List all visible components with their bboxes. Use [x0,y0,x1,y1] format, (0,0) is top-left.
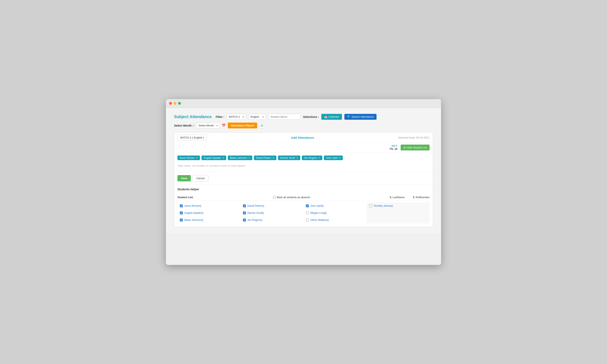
student-item[interactable]: Denise Scott() [241,209,304,216]
tag-jim-rogers[interactable]: Jim Rogers ✕ [302,156,323,160]
subject-select-wrapper: English Math Science [248,114,266,120]
tag-remove-icon[interactable]: ✕ [196,156,198,159]
student-checkbox[interactable] [180,205,183,207]
filter-label: Filter : [216,115,224,118]
sort-icon: ⇅ [389,196,392,199]
helper-header: Student List: Mark all students as absen… [177,194,430,201]
student-name: Megan Long() [310,211,327,214]
mark-all-checkbox[interactable] [273,196,276,199]
student-item[interactable]: Blake Johnson() [177,216,241,223]
student-checkbox[interactable] [243,219,246,221]
minimize-button[interactable] [174,102,176,105]
traffic-lights [169,102,181,105]
student-checkbox[interactable] [306,211,309,214]
student-checkbox[interactable] [180,219,183,221]
student-item[interactable]: Oliver Wallace() [304,216,367,223]
add-attendance-link[interactable]: Add Attendance [207,136,398,139]
tag-label: Aaron Brown [179,156,195,159]
student-name: Angela Spader() [184,211,204,214]
hide-icon: ⊟ [403,146,406,149]
tag-label: David Peters [256,156,271,159]
tags-area: Aaron Brown ✕Angela Spader ✕Blake Johnso… [177,156,430,160]
hide-btn-label: Hide Student List [407,146,427,149]
tag-remove-icon[interactable]: ✕ [248,156,250,159]
mark-all-label: Mark all students as absents [277,196,310,199]
student-name-input[interactable] [268,114,301,120]
student-checkbox[interactable] [306,205,309,207]
mark-all-area: Mark all students as absents [198,196,385,199]
month-select[interactable]: Select Month January February March Apri… [196,123,220,129]
tag-remove-icon[interactable]: ✕ [222,156,224,159]
tag-john-april[interactable]: John April ✕ [324,156,343,160]
attendance-stats: AS:7 TS: 10 [389,144,397,150]
tag-denise-scott[interactable]: Denise Scott ✕ [278,156,300,160]
close-button[interactable] [169,102,172,105]
hide-student-list-button[interactable]: ⊟ Hide Student List [401,144,430,150]
month-select-wrapper: Select Month January February March Apri… [196,123,220,129]
tag-remove-icon[interactable]: ✕ [272,156,274,159]
batch-select[interactable]: BATCH 1 BATCH 2 BATCH 3 [227,114,246,120]
date-picker-icon[interactable]: 📅 [222,124,226,127]
second-bar: Select Month :- Select Month January Feb… [174,123,433,129]
student-item[interactable] [367,216,430,223]
student-name: David Peters() [248,204,264,207]
subject-select[interactable]: English Math Science [248,114,266,120]
tag-label: John April [326,156,338,159]
search-icon: 🔍 [347,115,350,118]
students-helper: Students Helper Student List: Mark all s… [174,184,433,227]
lastname-sort-button[interactable]: ⇅ LastName [389,196,405,199]
type-hint: Type name, roll number or surname in box… [177,163,430,169]
student-item[interactable]: Jim Rogers() [241,216,304,223]
stats-and-hide-bar: AS:7 TS: 10 ⊟ Hide Student List [174,143,433,152]
student-item[interactable]: Timothy James() [367,202,430,209]
student-item[interactable]: Aaron Brown() [177,202,241,209]
tag-remove-icon[interactable]: ✕ [318,156,320,159]
tag-label: Denise Scott [280,156,295,159]
tag-label: Angela Spader [204,156,221,159]
student-name: Jim Rogers() [248,218,263,221]
attendance-area: Aaron Brown ✕Angela Spader ✕Blake Johnso… [174,152,433,172]
tag-remove-icon[interactable]: ✕ [339,156,341,159]
student-item[interactable]: John April() [304,202,367,209]
student-checkbox[interactable] [243,211,246,214]
save-button[interactable]: Save [177,175,191,182]
page-title: Subject Attendance [174,115,212,119]
search-btn-label: Search Attendance [351,115,374,118]
student-item[interactable]: David Peters() [241,202,304,209]
tag-angela-spader[interactable]: Angela Spader ✕ [201,156,226,160]
student-grid: Aaron Brown()David Peters()John April()T… [177,202,430,223]
student-name: John April() [310,204,324,207]
panel-header: BATCH 1 ( English ) Add Attendance Selec… [174,133,433,143]
rollnumber-sort-button[interactable]: ⇅ RollNumber [412,196,430,199]
search-attendance-button[interactable]: 🔍 Search Attendance [344,114,377,120]
student-item[interactable]: Angela Spader() [177,209,241,216]
student-name: Blake Johnson() [184,218,203,221]
tag-blake-johnson[interactable]: Blake Johnson ✕ [228,156,252,160]
tag-remove-icon[interactable]: ✕ [296,156,298,159]
student-name: Timothy James() [373,204,393,207]
rollnumber-sort-icon: ⇅ [412,196,415,199]
student-checkbox[interactable] [180,211,183,214]
main-panel: BATCH 1 ( English ) Add Attendance Selec… [174,132,433,227]
student-list-label: Student List: [177,196,193,199]
student-checkbox[interactable] [306,219,309,221]
tag-david-peters[interactable]: David Peters ✕ [254,156,276,160]
student-checkbox[interactable] [243,205,246,207]
cancel-button[interactable]: Cancel [192,175,208,182]
action-bar: Save Cancel [174,172,433,184]
student-item[interactable]: Megan Long() [304,209,367,216]
calendar-button[interactable]: 📅 Calendar [321,114,342,120]
selections-label: Selections : [303,115,319,118]
main-content: Subject Attendance Filter : BATCH 1 BATC… [166,108,441,233]
export-excel-icon[interactable]: ⊡ [259,123,265,129]
batch-tab[interactable]: BATCH 1 ( English ) [177,135,207,141]
attendance-report-button[interactable]: Attendance Report [228,123,257,129]
student-checkbox[interactable] [369,205,372,207]
student-name: Oliver Wallace() [310,218,329,221]
calendar-btn-label: Calendar [328,115,339,118]
maximize-button[interactable] [178,102,181,105]
ts-label: TS: 10 [389,147,397,150]
batch-select-wrapper: BATCH 1 BATCH 2 BATCH 3 [227,114,246,120]
tag-aaron-brown[interactable]: Aaron Brown ✕ [177,156,200,160]
student-item[interactable] [367,209,430,216]
